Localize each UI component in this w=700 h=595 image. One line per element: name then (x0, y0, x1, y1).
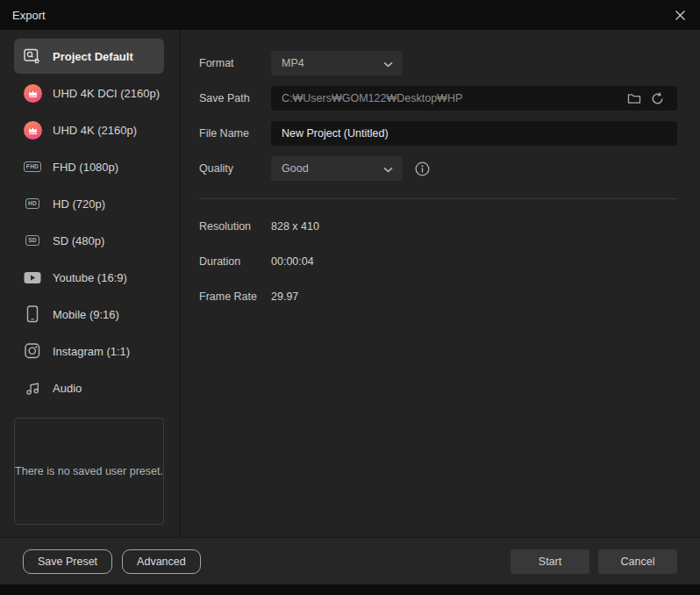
file-name-label: File Name (199, 127, 271, 140)
bottom-strip (0, 584, 700, 595)
cancel-button[interactable]: Cancel (598, 549, 677, 574)
file-name-field[interactable]: New Project (Untitled) (271, 121, 677, 146)
footer-bar: Save Preset Advanced Start Cancel (0, 537, 700, 584)
crown-premium-icon (21, 84, 44, 103)
sd-badge-icon: SD (21, 235, 44, 247)
quality-info-icon[interactable] (415, 161, 430, 176)
sidebar-item-mobile[interactable]: Mobile (9:16) (14, 297, 164, 332)
quality-value: Good (282, 162, 383, 175)
sidebar-item-label: UHD 4K DCI (2160p) (53, 87, 160, 100)
start-button[interactable]: Start (511, 549, 589, 574)
sidebar-item-audio[interactable]: Audio (14, 370, 164, 405)
file-name-row: File Name New Project (Untitled) (199, 121, 677, 146)
resolution-row: Resolution 828 x 410 (199, 214, 677, 239)
save-path-value: C:₩Users₩GOM122₩Desktop₩HP (282, 92, 623, 104)
sidebar-item-uhd-4k-dci[interactable]: UHD 4K DCI (2160p) (14, 75, 164, 111)
preset-sidebar: Project Default UHD 4K DCI (2160p) (0, 30, 181, 537)
resolution-label: Resolution (199, 220, 271, 233)
sidebar-item-label: HD (720p) (53, 197, 105, 211)
duration-label: Duration (199, 255, 271, 268)
export-settings-panel: Format MP4 Save Path C:₩Users₩GOM122₩Des… (181, 30, 700, 537)
dialog-title: Export (12, 9, 46, 22)
quality-dropdown[interactable]: Good (271, 156, 403, 181)
sidebar-item-uhd-4k[interactable]: UHD 4K (2160p) (14, 112, 164, 147)
sidebar-item-sd[interactable]: SD SD (480p) (14, 223, 164, 258)
frame-rate-value: 29.97 (271, 290, 298, 303)
youtube-icon (21, 271, 44, 284)
titlebar: Export (0, 0, 700, 30)
sidebar-item-project-default[interactable]: Project Default (14, 39, 164, 74)
user-preset-empty-text: There is no saved user preset. (15, 465, 163, 477)
sidebar-item-label: Project Default (53, 50, 133, 63)
music-notes-icon (21, 380, 44, 396)
advanced-button[interactable]: Advanced (122, 549, 201, 574)
save-path-field[interactable]: C:₩Users₩GOM122₩Desktop₩HP (271, 86, 677, 111)
project-settings-icon (21, 48, 44, 65)
export-dialog: Export (0, 0, 700, 595)
sidebar-item-label: FHD (1080p) (53, 161, 118, 174)
close-icon[interactable] (675, 10, 686, 21)
save-preset-button[interactable]: Save Preset (23, 549, 112, 574)
resolution-value: 828 x 410 (271, 220, 319, 233)
fhd-badge-icon: FHD (21, 161, 44, 173)
user-preset-empty-box: There is no saved user preset. (14, 418, 164, 525)
sidebar-item-label: Instagram (1:1) (53, 345, 130, 358)
chevron-down-icon (383, 55, 393, 71)
file-name-value: New Project (Untitled) (282, 127, 668, 140)
format-label: Format (199, 57, 271, 69)
sidebar-item-fhd[interactable]: FHD FHD (1080p) (14, 149, 164, 184)
duration-row: Duration 00:00:04 (199, 249, 677, 274)
format-dropdown[interactable]: MP4 (271, 51, 403, 75)
sidebar-item-label: Audio (53, 382, 82, 395)
mobile-phone-icon (21, 305, 44, 323)
sidebar-item-youtube[interactable]: Youtube (16:9) (14, 260, 164, 295)
crown-premium-icon (21, 121, 44, 140)
frame-rate-label: Frame Rate (199, 290, 271, 303)
sidebar-item-label: Mobile (9:16) (53, 308, 119, 321)
sidebar-item-label: SD (480p) (53, 234, 104, 247)
sidebar-item-label: UHD 4K (2160p) (53, 124, 137, 137)
sidebar-item-instagram[interactable]: Instagram (1:1) (14, 333, 164, 369)
hd-badge-icon: HD (21, 198, 44, 210)
sidebar-item-hd[interactable]: HD HD (720p) (14, 186, 164, 221)
quality-label: Quality (199, 162, 271, 175)
quality-row: Quality Good (199, 156, 677, 181)
duration-value: 00:00:04 (271, 255, 314, 268)
save-path-row: Save Path C:₩Users₩GOM122₩Desktop₩HP (199, 86, 677, 111)
instagram-icon (21, 343, 44, 359)
format-value: MP4 (282, 57, 383, 69)
save-path-label: Save Path (199, 92, 271, 104)
reset-path-icon[interactable] (646, 87, 668, 110)
section-divider (199, 198, 677, 199)
format-row: Format MP4 (199, 51, 677, 75)
chevron-down-icon (383, 161, 393, 176)
sidebar-item-label: Youtube (16:9) (53, 271, 127, 284)
frame-rate-row: Frame Rate 29.97 (199, 284, 677, 309)
browse-folder-icon[interactable] (623, 87, 646, 110)
